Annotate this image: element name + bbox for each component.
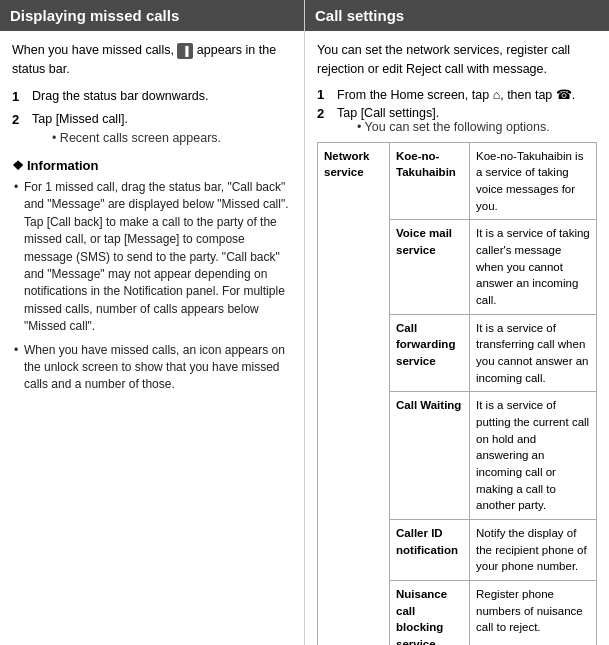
step-2-text: Tap [Missed call]. [32,110,221,129]
right-header-title: Call settings [315,7,404,24]
right-step-1: 1 From the Home screen, tap ⌂, then tap … [317,87,597,102]
network-service-label: Network service [318,142,390,645]
bullet-2: When you have missed calls, an icon appe… [14,342,292,394]
row-2-desc: It is a service of taking caller's messa… [470,220,597,314]
info-title: Information [12,156,292,176]
right-step-2-text: Tap [Call settings]. [337,106,550,120]
bullet-list: For 1 missed call, drag the status bar, … [12,179,292,394]
left-panel: Displaying missed calls When you have mi… [0,0,305,645]
right-steps: 1 From the Home screen, tap ⌂, then tap … [317,87,597,134]
step-2-sub: • Recent calls screen appears. [52,129,221,148]
left-intro: When you have missed calls, ▐ appears in… [12,41,292,79]
left-content: When you have missed calls, ▐ appears in… [0,31,304,645]
row-4-desc: It is a service of putting the current c… [470,392,597,520]
row-5-desc: Notify the display of the recipient phon… [470,519,597,580]
row-5-name: Caller ID notification [390,519,470,580]
row-3-desc: It is a service of transferring call whe… [470,314,597,392]
info-section: Information For 1 missed call, drag the … [12,156,292,394]
settings-table: Network service Koe-no-Takuhaibin Koe-no… [317,142,597,646]
row-6-name: Nuisance call blocking service [390,580,470,645]
right-step-2: 2 Tap [Call settings]. • You can set the… [317,106,597,134]
left-header-title: Displaying missed calls [10,7,179,24]
home-icon: ⌂ [493,88,501,102]
step-2: 2 Tap [Missed call]. • Recent calls scre… [12,110,292,148]
row-3-name: Call forwarding service [390,314,470,392]
right-panel: Call settings You can set the network se… [305,0,609,645]
left-header: Displaying missed calls [0,0,304,31]
row-1-desc: Koe-no-Takuhaibin is a service of taking… [470,142,597,220]
right-step-2-sub: • You can set the following options. [357,120,550,134]
step-1-text: Drag the status bar downwards. [32,87,208,106]
row-4-name: Call Waiting [390,392,470,520]
row-6-desc: Register phone numbers of nuisance call … [470,580,597,645]
missed-call-icon: ▐ [177,43,193,59]
left-steps: 1 Drag the status bar downwards. 2 Tap [… [12,87,292,148]
table-row-1: Network service Koe-no-Takuhaibin Koe-no… [318,142,597,220]
phone-icon: ☎ [556,88,572,102]
right-content: You can set the network services, regist… [305,31,609,645]
right-header: Call settings [305,0,609,31]
right-step-1-text: From the Home screen, tap ⌂, then tap ☎. [337,88,575,102]
step-1: 1 Drag the status bar downwards. [12,87,292,107]
bullet-1: For 1 missed call, drag the status bar, … [14,179,292,336]
row-2-name: Voice mail service [390,220,470,314]
row-1-name: Koe-no-Takuhaibin [390,142,470,220]
right-intro: You can set the network services, regist… [317,41,597,79]
